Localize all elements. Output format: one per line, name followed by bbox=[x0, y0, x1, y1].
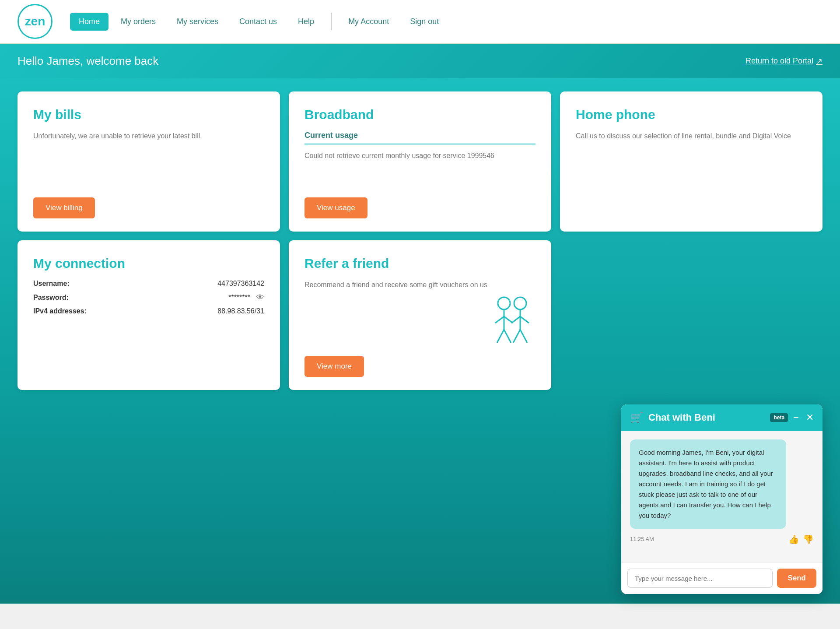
my-bills-card: My bills Unfortunately, we are unable to… bbox=[18, 91, 280, 232]
thumbs-down-icon[interactable]: 👎 bbox=[803, 534, 814, 545]
svg-line-10 bbox=[513, 330, 520, 343]
bottom-card-grid: My connection Username: 447397363142 Pas… bbox=[18, 240, 822, 390]
home-phone-text: Call us to discuss our selection of line… bbox=[576, 131, 807, 141]
broadband-card: Broadband Current usage Could not retrie… bbox=[289, 91, 551, 232]
password-row: Password: ******** 👁 bbox=[33, 293, 264, 302]
chat-bot-icon: 🛒 bbox=[630, 411, 643, 424]
refer-friend-svg bbox=[487, 295, 536, 347]
broadband-title: Broadband bbox=[304, 107, 536, 122]
username-label: Username: bbox=[33, 280, 70, 288]
nav-home[interactable]: Home bbox=[70, 13, 108, 31]
my-connection-card: My connection Username: 447397363142 Pas… bbox=[18, 240, 280, 390]
refer-friend-card: Refer a friend Recommend a friend and re… bbox=[289, 240, 551, 390]
logo[interactable]: zen bbox=[18, 4, 52, 39]
nav-contact[interactable]: Contact us bbox=[231, 13, 286, 31]
svg-line-8 bbox=[511, 316, 520, 323]
nav-links: Home My orders My services Contact us He… bbox=[70, 13, 822, 31]
broadband-subtitle: Current usage bbox=[304, 131, 536, 144]
nav-help[interactable]: Help bbox=[289, 13, 323, 31]
nav-divider bbox=[331, 13, 332, 30]
my-connection-title: My connection bbox=[33, 256, 264, 271]
chat-close-button[interactable]: ✕ bbox=[806, 413, 814, 422]
chat-header: 🛒 Chat with Beni beta − ✕ bbox=[621, 404, 822, 431]
svg-point-6 bbox=[514, 297, 526, 309]
my-bills-text: Unfortunately, we are unable to retrieve… bbox=[33, 131, 264, 189]
ipv4-row: IPv4 addresses: 88.98.83.56/31 bbox=[33, 307, 264, 315]
refer-friend-text: Recommend a friend and receive some gift… bbox=[304, 280, 536, 290]
chat-title: Chat with Beni bbox=[648, 412, 765, 423]
svg-line-11 bbox=[520, 330, 527, 343]
nav-orders[interactable]: My orders bbox=[112, 13, 164, 31]
password-value: ******** bbox=[228, 294, 250, 302]
chat-message-bubble: Good morning James, I'm Beni, your digit… bbox=[630, 439, 786, 529]
username-row: Username: 447397363142 bbox=[33, 280, 264, 288]
nav-account[interactable]: My Account bbox=[340, 13, 398, 31]
navbar: zen Home My orders My services Contact u… bbox=[0, 0, 840, 44]
nav-signout[interactable]: Sign out bbox=[401, 13, 448, 31]
logo-text: zen bbox=[25, 14, 46, 28]
svg-line-2 bbox=[495, 316, 504, 323]
home-phone-title: Home phone bbox=[576, 107, 807, 122]
ipv4-label: IPv4 addresses: bbox=[33, 307, 87, 315]
home-phone-card: Home phone Call us to discuss our select… bbox=[560, 91, 822, 232]
top-card-grid: My bills Unfortunately, we are unable to… bbox=[18, 91, 822, 232]
welcome-banner: Hello James, welcome back Return to old … bbox=[0, 44, 840, 78]
svg-line-9 bbox=[520, 316, 529, 323]
chat-widget: 🛒 Chat with Beni beta − ✕ Good morning J… bbox=[621, 404, 822, 594]
view-more-button[interactable]: View more bbox=[304, 356, 364, 377]
return-link-text: Return to old Portal bbox=[746, 56, 813, 66]
toggle-password-icon[interactable]: 👁 bbox=[256, 293, 264, 302]
password-label: Password: bbox=[33, 294, 69, 302]
broadband-text: Could not retrieve current monthly usage… bbox=[304, 151, 536, 189]
empty-bottom-right bbox=[560, 240, 822, 390]
my-bills-title: My bills bbox=[33, 107, 264, 122]
svg-line-3 bbox=[504, 316, 513, 323]
welcome-text: Hello James, welcome back bbox=[18, 54, 158, 68]
chat-feedback-icons: 👍 👎 bbox=[788, 534, 814, 545]
ipv4-value: 88.98.83.56/31 bbox=[217, 307, 264, 315]
refer-friend-title: Refer a friend bbox=[304, 256, 536, 271]
return-to-old-portal-link[interactable]: Return to old Portal ↗ bbox=[746, 56, 822, 66]
svg-point-0 bbox=[498, 297, 510, 309]
chat-header-actions: − ✕ bbox=[793, 413, 814, 422]
svg-line-5 bbox=[504, 330, 511, 343]
view-billing-button[interactable]: View billing bbox=[33, 197, 95, 218]
chat-beta-badge: beta bbox=[770, 413, 788, 422]
username-value: 447397363142 bbox=[217, 280, 264, 288]
svg-line-4 bbox=[497, 330, 504, 343]
chat-send-button[interactable]: Send bbox=[777, 569, 816, 588]
password-value-group: ******** 👁 bbox=[228, 293, 264, 302]
thumbs-up-icon[interactable]: 👍 bbox=[788, 534, 799, 545]
refer-illustration bbox=[304, 295, 536, 347]
nav-services[interactable]: My services bbox=[168, 13, 227, 31]
chat-input-area: Send bbox=[621, 562, 822, 594]
chat-body: Good morning James, I'm Beni, your digit… bbox=[621, 431, 822, 562]
chat-input[interactable] bbox=[627, 569, 773, 588]
view-usage-button[interactable]: View usage bbox=[304, 197, 368, 218]
chat-minimize-button[interactable]: − bbox=[793, 413, 799, 422]
chat-timestamp: 11:25 AM bbox=[630, 536, 654, 542]
external-link-icon: ↗ bbox=[816, 56, 822, 66]
